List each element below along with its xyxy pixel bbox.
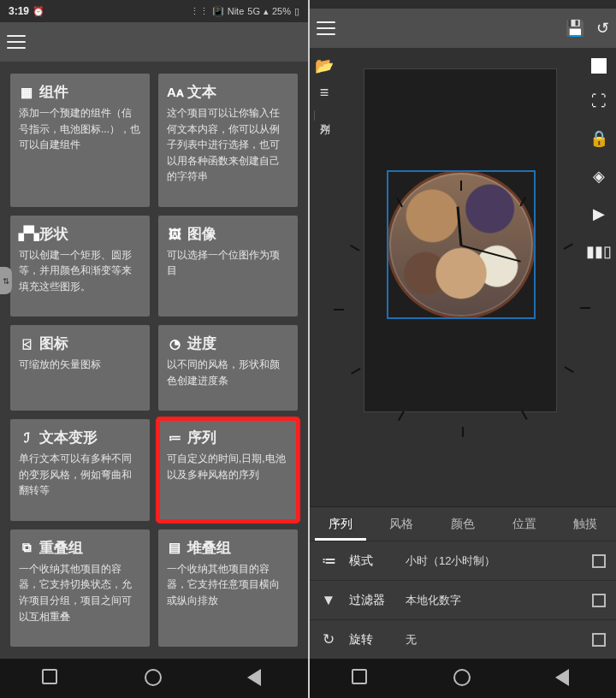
color-swatch[interactable] [591,58,607,74]
right-rail: ⛶🔒◈▶▮▮▯ [582,48,616,506]
prop-icon: ≔ [320,552,337,570]
canvas[interactable] [364,68,557,412]
card-desc: 可以选择一个位图作为项目 [167,247,289,279]
tab-触摸[interactable]: 触摸 [554,507,616,541]
prop-value: 本地化数字 [406,593,580,608]
signal-5g: 5G [247,6,260,16]
card-1[interactable]: Aᴀ文本这个项目可以让你输入任何文本内容，你可以从例子列表中进行选择，也可以用各… [158,74,298,207]
status-bar-r [310,0,616,9]
card-4[interactable]: ⍃图标可缩放的矢量图标 [10,325,150,411]
card-title: 文本变形 [39,428,98,447]
wifi-icon: ▴ [264,6,269,17]
nav-home[interactable] [145,669,163,688]
nav-recent-r[interactable] [352,669,370,688]
vibrate-icon: 📳 [212,6,224,17]
card-icon: ▤ [167,540,182,555]
prop-checkbox[interactable] [592,554,606,568]
layers-icon[interactable]: ≡ [320,84,329,102]
card-title: 图像 [187,224,216,244]
prop-icon: ▼ [320,592,337,609]
card-title: 堆叠组 [187,538,231,558]
card-desc: 单行文本可以有多种不同的变形风格，例如弯曲和翻转等 [19,451,141,499]
prop-checkbox[interactable] [592,594,606,607]
carrier-label: Nite [228,6,245,16]
edge-handle[interactable]: ⇅ [0,267,12,294]
tab-序列[interactable]: 序列 [310,507,371,541]
selection-box[interactable] [387,170,536,319]
layer-label[interactable]: 序列 [314,110,335,121]
menu-button-r[interactable] [317,21,335,35]
card-icon: ≔ [167,430,182,446]
card-icon: ▞▚ [19,226,34,241]
card-3[interactable]: 🖼图像可以选择一个位图作为项目 [158,216,298,317]
nav-recent[interactable] [42,669,61,688]
prop-value: 无 [406,632,580,648]
card-icon: ⍃ [19,336,34,351]
card-desc: 以不同的风格，形状和颜色创建进度条 [167,357,289,388]
card-title: 重叠组 [39,538,83,558]
left-rail: 📂 ≡ 序列 [310,48,339,506]
card-desc: 可自定义的时间,日期,电池以及多种风格的序列 [167,451,289,482]
android-navbar [0,659,308,698]
nav-home-r[interactable] [453,669,472,688]
prop-row-0[interactable]: ≔模式小时（12小时制） [310,541,616,580]
card-desc: 可以创建一个矩形、圆形等，并用颜色和渐变等来填充这些图形。 [19,247,141,295]
prop-row-2[interactable]: ↻旋转无 [310,619,616,659]
prop-label: 旋转 [349,632,394,648]
card-9[interactable]: ▤堆叠组一个收纳其他项目的容器，它支持任意项目横向或纵向排放 [158,529,298,647]
bt-icon: ⋮⋮ [190,6,209,17]
nav-back[interactable] [247,669,266,688]
card-icon: ▦ [19,85,34,100]
card-icon: ℐ [19,430,34,446]
prop-label: 模式 [349,553,394,569]
alarm-icon: ⏰ [33,6,44,17]
card-icon: ⧉ [19,540,34,555]
nav-back-r[interactable] [555,669,574,688]
prop-icon: ↻ [320,630,337,648]
folder-icon[interactable]: 📂 [315,56,334,75]
menu-button[interactable] [7,35,26,49]
tab-颜色[interactable]: 颜色 [432,507,494,541]
card-desc: 一个收纳其他项目的容器，它支持任意项目横向或纵向排放 [167,561,289,609]
card-desc: 这个项目可以让你输入任何文本内容，你可以从例子列表中进行选择，也可以用各种函数来… [167,105,289,185]
lock-icon[interactable]: 🔒 [589,129,608,148]
card-desc: 一个收纳其他项目的容器，它支持切换状态，允许项目分组，项目之间可以互相重叠 [19,561,141,624]
layers-off-icon[interactable]: ◈ [593,167,605,186]
card-8[interactable]: ⧉重叠组一个收纳其他项目的容器，它支持切换状态，允许项目分组，项目之间可以互相重… [10,529,150,647]
android-navbar-r [310,659,616,698]
card-icon: 🖼 [167,227,182,241]
save-icon[interactable]: 💾 [566,19,584,38]
card-2[interactable]: ▞▚形状可以创建一个矩形、圆形等，并用颜色和渐变等来填充这些图形。 [10,216,150,317]
prop-value: 小时（12小时制） [406,553,580,569]
history-icon[interactable]: ↺ [596,19,609,38]
card-title: 进度 [187,334,216,353]
play-icon[interactable]: ▶ [593,204,605,223]
tab-位置[interactable]: 位置 [494,507,555,541]
property-list: ≔模式小时（12小时制）▼过滤器本地化数字↻旋转无 [310,541,616,659]
prop-checkbox[interactable] [592,633,606,647]
battery-icon: ▯ [294,6,299,17]
card-title: 形状 [39,224,68,244]
card-desc: 可缩放的矢量图标 [19,357,141,373]
right-toolbar: 💾 ↺ [310,9,616,48]
card-title: 组件 [39,82,68,102]
editor-area: 📂 ≡ 序列 ⛶🔒◈▶▮▮▯ [310,48,616,506]
card-6[interactable]: ℐ文本变形单行文本可以有多种不同的变形风格，例如弯曲和翻转等 [10,419,150,521]
card-desc: 添加一个预建的组件（信号指示，电池图标...），也可以自建组件 [19,105,141,153]
card-7[interactable]: ≔序列可自定义的时间,日期,电池以及多种风格的序列 [158,419,298,521]
card-5[interactable]: ◔进度以不同的风格，形状和颜色创建进度条 [158,325,298,411]
status-bar: 3:19 ⏰ ⋮⋮ 📳 Nite 5G ▴ 25% ▯ [0,0,308,22]
card-icon: ◔ [167,336,182,352]
card-icon: Aᴀ [167,85,182,100]
equalizer-icon[interactable]: ▮▮▯ [586,242,612,261]
battery-pct: 25% [272,6,291,16]
tab-风格[interactable]: 风格 [371,507,433,541]
card-title: 序列 [187,428,216,447]
focus-icon[interactable]: ⛶ [591,92,607,110]
card-0[interactable]: ▦组件添加一个预建的组件（信号指示，电池图标...），也可以自建组件 [10,74,150,207]
prop-row-1[interactable]: ▼过滤器本地化数字 [310,580,616,619]
left-phone: 3:19 ⏰ ⋮⋮ 📳 Nite 5G ▴ 25% ▯ ▦组件添加一个预建的组件… [0,0,308,698]
prop-label: 过滤器 [349,593,394,608]
card-title: 图标 [39,334,68,353]
status-time: 3:19 [9,5,29,17]
